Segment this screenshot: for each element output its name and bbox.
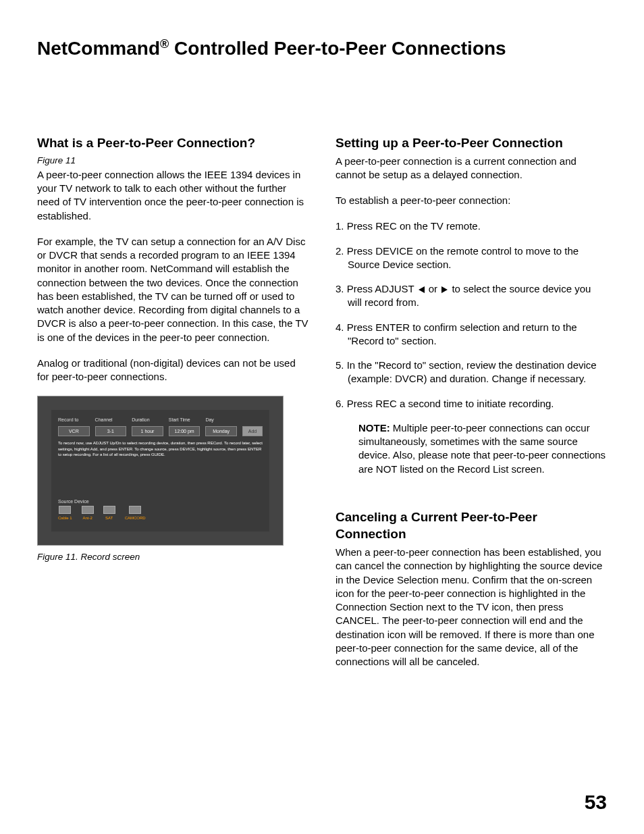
step-4: 4. Press ENTER to confirm selection and … (336, 321, 607, 348)
step-2: 2. Press DEVICE on the remote control to… (336, 244, 607, 272)
device-icon (129, 506, 141, 514)
note-label: NOTE: (358, 422, 390, 434)
fig-add: Add (242, 426, 263, 436)
fig-hdr: Duration (132, 417, 163, 423)
content-columns: What is a Peer-to-Peer Connection? Figur… (37, 134, 607, 681)
title-suffix: Controlled Peer-to-Peer Connections (169, 38, 506, 59)
figure-note-text: To record now, use ADJUST Up/Dn to selec… (58, 440, 263, 457)
step-6: 6. Press REC a second time to initiate r… (336, 397, 607, 411)
page-number: 53 (585, 791, 607, 814)
left-heading: What is a Peer-to-Peer Connection? (37, 134, 308, 152)
fig-hdr: Record to (58, 417, 90, 423)
right-heading-2: Canceling a Current Peer-to-Peer Connect… (336, 509, 607, 543)
figure-header-row: Record to Channel Duration Start Time Da… (58, 417, 263, 423)
fig-hdr: Day (205, 417, 237, 423)
note-block: NOTE: Multiple peer-to-peer connections … (336, 421, 607, 476)
device-caption: CAMCORD (125, 515, 146, 521)
fig-val: 1 hour (132, 426, 163, 436)
device-icon (82, 506, 94, 514)
left-para-1: A peer-to-peer connection allows the IEE… (37, 168, 308, 223)
device-caption: Cable 1 (58, 515, 72, 521)
left-para-2: For example, the TV can setup a connecti… (37, 235, 308, 344)
figure-caption: Figure 11. Record screen (37, 551, 308, 563)
arrow-left-icon (419, 286, 425, 293)
right-para-1: A peer-to-peer connection is a current c… (336, 155, 607, 182)
step-3-or: or (426, 283, 441, 294)
page-title: NetCommand® Controlled Peer-to-Peer Conn… (37, 37, 607, 60)
fig-val: VCR (58, 426, 90, 436)
fig-device: CAMCORD (125, 506, 146, 521)
steps-list: 1. Press REC on the TV remote. 2. Press … (336, 219, 607, 411)
fig-device: SAT (103, 506, 115, 521)
step-3a: 3. Press ADJUST (336, 283, 417, 294)
figure-value-row: VCR 3-1 1 hour 12:00 pm Monday Add (58, 426, 263, 436)
step-3: 3. Press ADJUST or to select the source … (336, 282, 607, 310)
fig-val: Monday (205, 426, 237, 436)
device-icon (103, 506, 115, 514)
note-body: Multiple peer-to-peer connections can oc… (358, 422, 606, 475)
figure-reference: Figure 11 (37, 155, 308, 167)
left-para-3: Analog or traditional (non-digital) devi… (37, 357, 308, 384)
step-1: 1. Press REC on the TV remote. (336, 219, 607, 233)
fig-hdr: Channel (95, 417, 127, 423)
device-caption: SAT (105, 515, 113, 521)
right-para-3: When a peer-to-peer connection has been … (336, 546, 607, 669)
fig-device: Cable 1 (58, 506, 72, 521)
figure-inner: Record to Channel Duration Start Time Da… (51, 410, 269, 531)
fig-hdr-spacer (242, 417, 263, 423)
fig-device: Ant-2 (82, 506, 94, 521)
registered-symbol: ® (160, 37, 169, 51)
right-heading-1: Setting up a Peer-to-Peer Connection (336, 134, 607, 152)
right-para-2: To establish a peer-to-peer connection: (336, 194, 607, 207)
figure-devices: Source Device Cable 1 Ant-2 SAT CAMCORD (58, 498, 263, 521)
fig-val: 3-1 (95, 426, 127, 436)
arrow-right-icon (441, 286, 448, 293)
device-caption: Ant-2 (83, 515, 92, 521)
fig-hdr: Start Time (169, 417, 200, 423)
figure-devices-row: Cable 1 Ant-2 SAT CAMCORD (58, 506, 263, 521)
figure-devices-label: Source Device (58, 498, 263, 504)
fig-val: 12:00 pm (169, 426, 200, 436)
title-prefix: NetCommand (37, 38, 160, 59)
left-column: What is a Peer-to-Peer Connection? Figur… (37, 134, 308, 681)
right-column: Setting up a Peer-to-Peer Connection A p… (336, 134, 607, 681)
step-5: 5. In the "Record to" section, review th… (336, 359, 607, 386)
device-icon (59, 506, 71, 514)
record-screen-figure: Record to Channel Duration Start Time Da… (37, 396, 284, 546)
